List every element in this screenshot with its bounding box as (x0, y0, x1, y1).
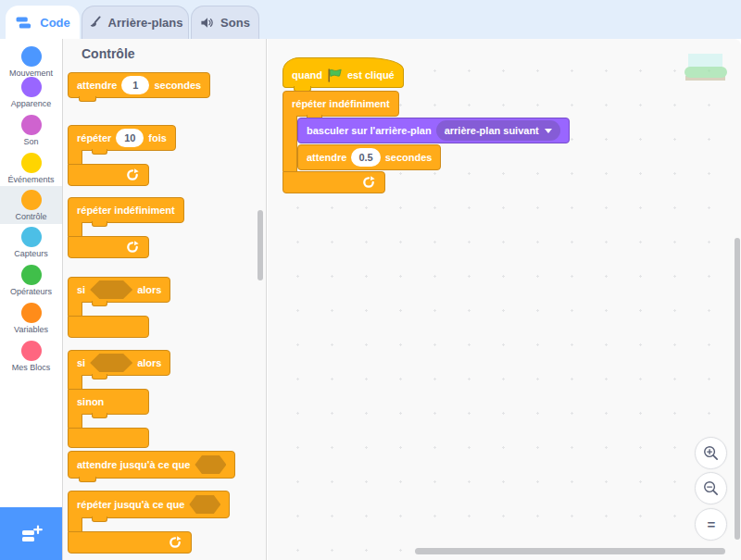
category-label: Variables (14, 325, 48, 334)
palette-block-wait[interactable]: attendre 1 secondes (68, 72, 210, 98)
backdrop-watermark (684, 54, 727, 81)
watermark-bushes (684, 67, 727, 78)
category-apparence[interactable]: Apparence (0, 73, 62, 111)
category-color-dot (21, 153, 42, 173)
block-label: attendre (307, 152, 346, 163)
block-label: quand (292, 69, 322, 81)
category-label: Apparence (11, 99, 52, 108)
backdrop-dropdown-value: arrière-plan suivant (445, 125, 539, 136)
block-label: secondes (154, 80, 201, 91)
tab-backdrops[interactable]: Arrière-plans (82, 6, 189, 39)
palette-scrollbar[interactable] (257, 210, 263, 280)
green-flag-icon (327, 68, 343, 82)
scratch-editor: Code Arrière-plans Sons Mouvement (0, 0, 741, 560)
category-color-dot (21, 190, 42, 210)
block-label: répéter (77, 132, 111, 143)
boolean-slot[interactable] (90, 354, 132, 372)
paintbrush-icon (88, 16, 102, 30)
block-label: répéter indéfiniment (292, 98, 390, 109)
boolean-slot[interactable] (195, 455, 226, 474)
speaker-icon (200, 16, 214, 30)
tab-bar: Code Arrière-plans Sons (0, 0, 741, 39)
tab-sounds[interactable]: Sons (191, 6, 259, 39)
category-controle[interactable]: Contrôle (0, 186, 62, 224)
category-label: Événements (7, 175, 54, 184)
block-label: attendre jusqu'à ce que (77, 459, 190, 470)
block-label: répéter indéfiniment (77, 205, 175, 216)
category-label: Mes Blocs (12, 363, 51, 372)
wait-seconds-input[interactable]: 1 (121, 76, 149, 94)
tab-code-label: Code (40, 16, 70, 30)
loop-arrow-icon (169, 536, 182, 549)
block-label: alors (137, 357, 161, 368)
category-color-dot (21, 341, 42, 361)
script-block-wait[interactable]: attendre 0.5 secondes (297, 144, 441, 170)
tab-code[interactable]: Code (6, 6, 80, 39)
category-color-dot (21, 227, 42, 247)
script-block-when-flag-clicked[interactable]: quand est cliqué (283, 57, 404, 88)
category-evenements[interactable]: Événements (0, 149, 62, 187)
category-color-dot (21, 115, 42, 135)
category-operateurs[interactable]: Opérateurs (0, 261, 62, 299)
category-mes-blocs[interactable]: Mes Blocs (0, 337, 62, 375)
category-label: Capteurs (14, 249, 48, 258)
category-color-dot (21, 77, 42, 97)
backdrop-dropdown[interactable]: arrière-plan suivant (436, 120, 560, 141)
block-label: fois (148, 132, 167, 143)
zoom-in-icon (702, 444, 720, 462)
tab-sounds-label: Sons (220, 16, 250, 30)
category-label: Opérateurs (10, 287, 52, 296)
loop-arrow-icon (126, 241, 139, 254)
block-label: si (77, 284, 85, 295)
category-label: Son (23, 137, 38, 146)
script-area[interactable]: quand est cliqué répéter indéfiniment (268, 39, 741, 560)
block-label: attendre (77, 80, 117, 91)
category-son[interactable]: Son (0, 111, 62, 149)
category-color-dot (21, 265, 42, 285)
category-sidebar: Mouvement Apparence Son Événements Contr… (0, 39, 63, 560)
zoom-reset-icon: = (708, 516, 715, 532)
script-vertical-scrollbar[interactable] (735, 238, 740, 540)
chevron-down-icon (545, 129, 552, 133)
wait-seconds-input[interactable]: 0.5 (351, 148, 380, 167)
category-color-dot (21, 46, 42, 67)
category-color-dot (21, 303, 42, 323)
boolean-slot[interactable] (189, 495, 220, 514)
zoom-out-icon (702, 479, 720, 497)
zoom-out-button[interactable] (695, 472, 727, 504)
block-label: sinon (77, 396, 104, 407)
category-capteurs[interactable]: Capteurs (0, 223, 62, 261)
block-label: répéter jusqu'à ce que (77, 499, 184, 510)
script-horizontal-scrollbar[interactable] (415, 548, 725, 554)
editor-content: Mouvement Apparence Son Événements Contr… (0, 39, 741, 560)
zoom-in-button[interactable] (695, 437, 727, 469)
block-label: basculer sur l'arrière-plan (307, 125, 432, 136)
block-label: secondes (385, 152, 433, 163)
palette-header: Contrôle (82, 46, 135, 61)
loop-arrow-icon (362, 176, 375, 189)
category-variables[interactable]: Variables (0, 299, 62, 337)
add-extension-button[interactable] (0, 507, 62, 560)
zoom-reset-button[interactable]: = (695, 508, 727, 541)
repeat-count-input[interactable]: 10 (116, 129, 144, 147)
block-label: si (77, 357, 85, 368)
palette-block-wait-until[interactable]: attendre jusqu'à ce que (68, 451, 235, 479)
block-label: alors (137, 284, 161, 295)
block-palette: Contrôle attendre 1 secondes répéter 10 … (63, 39, 267, 560)
block-label: est cliqué (347, 69, 395, 81)
loop-arrow-icon (126, 168, 139, 181)
code-blocks-icon (15, 16, 33, 30)
category-label: Contrôle (15, 212, 46, 221)
boolean-slot[interactable] (90, 280, 132, 299)
script-block-switch-backdrop[interactable]: basculer sur l'arrière-plan arrière-plan… (297, 118, 570, 143)
add-extension-icon (20, 525, 43, 543)
tab-backdrops-label: Arrière-plans (108, 16, 183, 30)
